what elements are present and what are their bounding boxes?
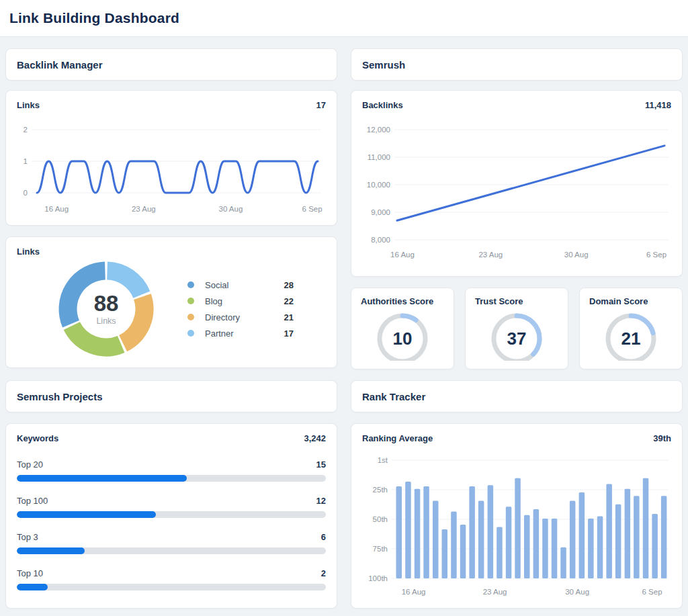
card-head: Ranking Average 39th <box>362 433 671 445</box>
links-line-card: Links 17 21016 Aug23 Aug30 Aug6 Sep <box>5 90 337 226</box>
svg-text:16 Aug: 16 Aug <box>390 251 415 259</box>
svg-text:25th: 25th <box>373 486 388 494</box>
trust-score-title: Trust Score <box>475 296 523 306</box>
keyword-progress-group: Top 2015 <box>17 459 326 482</box>
svg-text:6 Sep: 6 Sep <box>642 588 662 596</box>
legend-item: Partner17 <box>187 328 294 339</box>
svg-text:30 Aug: 30 Aug <box>219 205 243 213</box>
section-semrush: Semrush <box>351 48 683 81</box>
progress-fill <box>17 511 156 518</box>
svg-text:37: 37 <box>507 328 527 349</box>
svg-text:6 Sep: 6 Sep <box>646 251 666 259</box>
donut-wrap: 88 Links <box>56 259 157 359</box>
authorities-score-title: Authorities Score <box>361 296 433 306</box>
legend-dot-icon <box>187 281 194 288</box>
domain-score-title: Domain Score <box>589 296 648 306</box>
trust-score-gauge: 37 <box>488 310 546 361</box>
svg-text:8,000: 8,000 <box>371 236 390 244</box>
card-head: Backlinks 11,418 <box>362 100 671 112</box>
svg-text:21: 21 <box>621 328 641 349</box>
legend-value: 22 <box>284 296 294 306</box>
legend-value: 17 <box>284 328 294 339</box>
legend-dot-icon <box>187 298 194 304</box>
svg-text:1: 1 <box>24 157 28 165</box>
progress-fill <box>17 475 187 482</box>
svg-text:30 Aug: 30 Aug <box>565 588 589 596</box>
progress-track <box>17 584 326 590</box>
domain-score-card: Domain Score 21 <box>579 288 683 369</box>
svg-text:12,000: 12,000 <box>367 126 390 134</box>
page-title: Link Building Dashboard <box>9 10 179 26</box>
section-semrush-projects: Semrush Projects <box>5 380 337 412</box>
legend-dot-icon <box>187 314 194 320</box>
keyword-row: Top 2015 <box>17 459 326 470</box>
svg-text:23 Aug: 23 Aug <box>478 251 503 259</box>
links-donut-title: Links <box>17 247 40 257</box>
keyword-count: 6 <box>321 532 326 542</box>
section-title: Rank Tracker <box>362 391 425 402</box>
svg-text:9,000: 9,000 <box>371 208 390 216</box>
links-line-chart: 21016 Aug23 Aug30 Aug6 Sep <box>17 112 327 218</box>
ranking-average-card: Ranking Average 39th 1st25th50th75th100t… <box>351 423 683 609</box>
ranking-title: Ranking Average <box>362 433 433 443</box>
keyword-row: Top 36 <box>17 532 326 542</box>
authorities-score-gauge: 10 <box>374 310 431 361</box>
section-title: Semrush <box>362 59 405 71</box>
svg-text:2: 2 <box>24 126 28 134</box>
legend-label: Partner <box>205 328 234 339</box>
keywords-total: 3,242 <box>304 433 326 443</box>
svg-text:10,000: 10,000 <box>367 181 390 189</box>
svg-text:100th: 100th <box>368 574 388 582</box>
keywords-card: Keywords 3,242 Top 2015Top 10012Top 36To… <box>5 423 337 609</box>
links-donut-card: Links 88 Links Social28Blog22Directory21… <box>5 236 337 368</box>
svg-text:30 Aug: 30 Aug <box>564 251 589 259</box>
legend-item: Directory21 <box>187 312 294 322</box>
svg-text:16 Aug: 16 Aug <box>402 588 426 596</box>
links-line-total: 17 <box>316 100 326 110</box>
keyword-count: 15 <box>316 459 326 470</box>
legend-label: Blog <box>205 296 222 306</box>
keyword-range-label: Top 20 <box>17 459 43 470</box>
progress-fill <box>17 584 48 590</box>
legend-label: Directory <box>205 312 240 322</box>
backlinks-total: 11,418 <box>645 100 671 110</box>
ranking-total: 39th <box>653 433 671 443</box>
keyword-row: Top 10012 <box>17 496 326 506</box>
domain-score-gauge: 21 <box>602 310 660 361</box>
backlinks-line-chart: 12,00011,00010,0009,0008,00016 Aug23 Aug… <box>362 112 673 267</box>
keywords-progress-list: Top 2015Top 10012Top 36Top 102 <box>17 459 326 590</box>
right-column: Semrush Backlinks 11,418 12,00011,00010,… <box>351 48 683 609</box>
keyword-progress-group: Top 102 <box>17 568 326 590</box>
donut-legend: Social28Blog22Directory21Partner17 <box>187 274 294 345</box>
trust-score-card: Trust Score 37 <box>465 288 568 369</box>
top-header-bar: Link Building Dashboard <box>0 0 688 37</box>
links-line-title: Links <box>17 100 40 110</box>
svg-text:16 Aug: 16 Aug <box>44 205 69 213</box>
keyword-count: 12 <box>316 496 326 506</box>
progress-fill <box>17 547 85 554</box>
card-head: Links <box>17 247 326 259</box>
keyword-row: Top 102 <box>17 568 326 578</box>
legend-dot-icon <box>187 330 194 337</box>
legend-value: 28 <box>284 280 294 290</box>
score-cards-row: Authorities Score 10 Trust Score 37 Doma… <box>351 288 683 369</box>
authorities-score-card: Authorities Score 10 <box>351 288 454 369</box>
links-donut-chart <box>56 259 157 359</box>
svg-text:23 Aug: 23 Aug <box>132 205 156 213</box>
progress-track <box>17 475 326 482</box>
svg-text:1st: 1st <box>378 456 388 464</box>
svg-text:50th: 50th <box>373 515 388 523</box>
backlinks-title: Backlinks <box>362 100 403 110</box>
svg-text:11,000: 11,000 <box>368 153 390 161</box>
progress-track <box>17 547 326 554</box>
donut-area: 88 Links Social28Blog22Directory21Partne… <box>17 259 326 359</box>
section-title: Semrush Projects <box>17 391 103 402</box>
legend-item: Social28 <box>187 280 294 290</box>
svg-text:23 Aug: 23 Aug <box>483 588 507 596</box>
legend-value: 21 <box>284 312 294 322</box>
legend-label: Social <box>205 280 228 290</box>
keyword-progress-group: Top 10012 <box>17 496 326 518</box>
keyword-range-label: Top 100 <box>17 496 48 506</box>
keyword-range-label: Top 10 <box>17 568 43 578</box>
ranking-bar-chart: 1st25th50th75th100th16 Aug23 Aug30 Aug6 … <box>362 445 673 601</box>
